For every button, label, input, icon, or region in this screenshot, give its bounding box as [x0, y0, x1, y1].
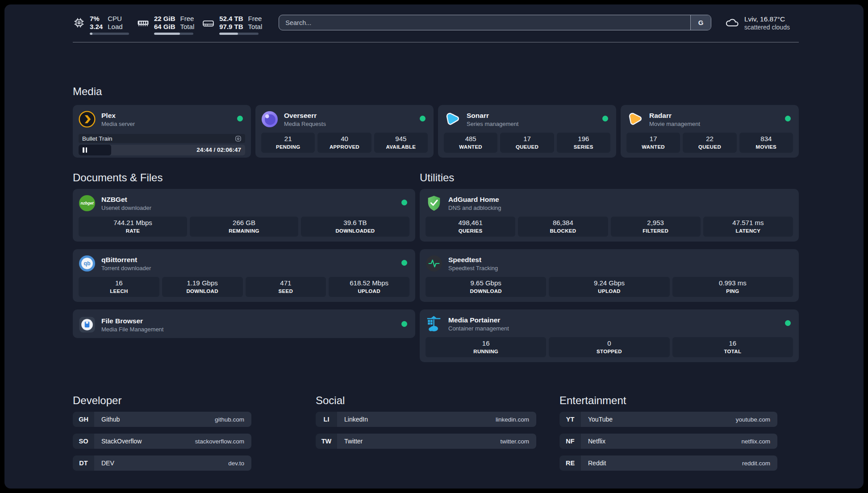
adguard-icon	[426, 195, 442, 212]
bookmark-reddit[interactable]: RE Reddit reddit.com	[559, 455, 777, 471]
cloud-icon	[725, 17, 739, 29]
app-card-nzbget[interactable]: nzbget NZBGet Usenet downloader 744.	[73, 189, 415, 242]
app-card-sonarr[interactable]: Sonarr Series management 485 WANTED 17 Q…	[438, 105, 616, 158]
app-name: Media Portainer	[448, 316, 509, 325]
app-card-qbittorrent[interactable]: qb qBittorrent Torrent downloader 16	[73, 249, 415, 302]
search-bar: G	[279, 15, 711, 30]
stat-label: AVAILABLE	[374, 143, 428, 150]
svg-text:nzbget: nzbget	[80, 201, 94, 205]
stat-series: 196 SERIES	[557, 133, 610, 153]
stat-label: UPLOAD	[329, 288, 409, 295]
bookmark-tag: NF	[559, 434, 581, 449]
stat-seed: 471 SEED	[246, 277, 326, 297]
app-description: Movie management	[649, 120, 700, 128]
stat-pending: 21 PENDING	[261, 133, 315, 153]
stat-value: 16	[672, 339, 793, 348]
storage-free-label: Free	[248, 15, 263, 23]
memory-progress-bar	[154, 33, 193, 35]
qbittorrent-icon: qb	[79, 255, 96, 272]
app-name: Plex	[101, 111, 135, 120]
bookmark-name: LinkedIn	[344, 416, 368, 423]
stat-available: 945 AVAILABLE	[374, 133, 428, 153]
app-card-adguard[interactable]: AdGuard Home DNS and adblocking 498,461 …	[420, 189, 799, 242]
search-input[interactable]	[279, 15, 690, 30]
stat-wanted: 17 WANTED	[626, 133, 680, 153]
stat-label: QUERIES	[426, 227, 515, 234]
overseerr-icon	[261, 111, 278, 128]
memory-free-value: 22 GiB	[154, 15, 175, 23]
stat-value: 16	[426, 339, 546, 348]
stat-value: 39.6 TB	[301, 218, 409, 227]
bookmarks-entertainment: Entertainment YT YouTube youtube.com NF …	[559, 394, 777, 477]
stat-download: 9.65 Gbps DOWNLOAD	[426, 277, 546, 297]
settings-icon[interactable]	[235, 135, 242, 142]
stat-label: SEED	[246, 288, 326, 295]
status-online-dot	[785, 116, 791, 121]
stat-value: 22	[683, 134, 736, 143]
bookmark-github[interactable]: GH Github github.com	[73, 412, 251, 427]
header-bar: 7% 3.24 CPU Load	[73, 4, 799, 42]
stat-value: 498,461	[426, 218, 515, 227]
stat-label: WANTED	[626, 143, 680, 150]
stat-filtered: 2,953 FILTERED	[611, 217, 701, 237]
app-card-radarr[interactable]: Radarr Movie management 17 WANTED 22 QUE…	[621, 105, 799, 158]
stat-movies: 834 MOVIES	[739, 133, 793, 153]
stat-download: 1.19 Gbps DOWNLOAD	[162, 277, 243, 297]
cpu-value: 7%	[90, 15, 103, 23]
status-online-dot	[401, 200, 407, 205]
sonarr-icon	[444, 111, 461, 128]
bookmark-linkedin[interactable]: LI LinkedIn linkedin.com	[316, 412, 536, 427]
stat-label: RUNNING	[426, 348, 546, 355]
app-name: File Browser	[101, 317, 163, 326]
search-provider-button[interactable]: G	[690, 15, 711, 30]
stat-total: 16 TOTAL	[672, 337, 793, 357]
cpu-stat: 7% 3.24 CPU Load	[73, 15, 129, 35]
stat-value: 834	[739, 134, 793, 143]
bookmark-url: github.com	[215, 416, 244, 423]
dashboard: 7% 3.24 CPU Load	[4, 4, 864, 489]
app-name: Overseerr	[284, 111, 326, 120]
status-online-dot	[401, 321, 407, 327]
stat-label: DOWNLOAD	[162, 288, 243, 295]
stat-value: 1.19 Gbps	[162, 279, 243, 288]
app-card-plex[interactable]: Plex Media server Bullet Train	[73, 105, 251, 158]
bookmark-dev[interactable]: DT DEV dev.to	[73, 455, 251, 471]
radarr-icon	[626, 111, 643, 128]
app-name: qBittorrent	[101, 255, 151, 264]
app-card-speedtest[interactable]: Speedtest Speedtest Tracking 9.65 Gbps D…	[420, 249, 799, 302]
stat-label: TOTAL	[672, 348, 793, 355]
bookmark-youtube[interactable]: YT YouTube youtube.com	[559, 412, 777, 427]
stat-running: 16 RUNNING	[426, 337, 546, 357]
bookmark-url: stackoverflow.com	[195, 438, 244, 445]
plex-icon	[79, 111, 96, 128]
app-card-portainer[interactable]: Media Portainer Container management 16 …	[420, 309, 799, 362]
app-card-overseerr[interactable]: Overseerr Media Requests 21 PENDING 40 A…	[255, 105, 434, 158]
bookmark-stackoverflow[interactable]: SO StackOverflow stackoverflow.com	[73, 434, 251, 449]
bookmark-tag: DT	[73, 455, 94, 471]
section-title-utilities: Utilities	[420, 171, 799, 184]
stat-upload: 9.24 Gbps UPLOAD	[549, 277, 669, 297]
bookmark-netflix[interactable]: NF Netflix netflix.com	[559, 434, 777, 449]
app-name: Sonarr	[467, 111, 518, 120]
stat-ping: 0.993 ms PING	[672, 277, 793, 297]
stat-queued: 22 QUEUED	[683, 133, 736, 153]
bookmark-twitter[interactable]: TW Twitter twitter.com	[316, 434, 536, 449]
bookmark-url: twitter.com	[500, 438, 529, 445]
bookmark-tag: TW	[316, 434, 337, 449]
stat-value: 618.52 Mbps	[329, 279, 409, 288]
stat-value: 196	[557, 134, 610, 143]
stat-value: 16	[79, 279, 159, 288]
stat-value: 17	[626, 134, 680, 143]
now-playing-row: Bullet Train	[79, 134, 245, 143]
bookmark-url: linkedin.com	[496, 416, 529, 423]
stat-label: RATE	[79, 227, 187, 234]
player-progress-bar[interactable]: 24:44 / 02:06:47	[79, 145, 245, 155]
status-online-dot	[237, 116, 243, 121]
app-card-filebrowser[interactable]: File Browser Media File Management	[73, 309, 415, 338]
section-title-entertainment: Entertainment	[559, 394, 777, 406]
stat-label: STOPPED	[549, 348, 669, 355]
stat-label: SERIES	[557, 143, 610, 150]
app-description: Torrent downloader	[101, 264, 151, 272]
pause-icon[interactable]	[83, 147, 87, 153]
bookmark-name: YouTube	[588, 416, 613, 423]
